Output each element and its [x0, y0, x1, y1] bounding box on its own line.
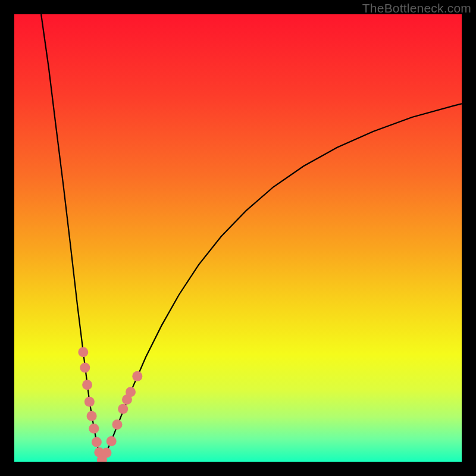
curve-left	[41, 14, 102, 462]
marker-point	[107, 436, 117, 446]
marker-point	[87, 411, 97, 421]
marker-point	[89, 424, 99, 434]
marker-point	[92, 437, 102, 447]
curve-right	[102, 104, 462, 462]
marker-point	[84, 397, 95, 407]
chart-curves	[14, 14, 462, 462]
marker-point	[101, 447, 111, 458]
markers-group	[78, 347, 142, 462]
plot-area	[14, 14, 462, 462]
watermark-text: TheBottleneck.com	[362, 1, 471, 15]
marker-point	[82, 380, 92, 390]
marker-point	[126, 387, 136, 397]
marker-point	[118, 404, 128, 414]
marker-point	[132, 371, 142, 381]
chart-frame: TheBottleneck.com	[0, 0, 476, 476]
marker-point	[78, 347, 88, 357]
marker-point	[80, 363, 90, 373]
marker-point	[112, 419, 122, 430]
